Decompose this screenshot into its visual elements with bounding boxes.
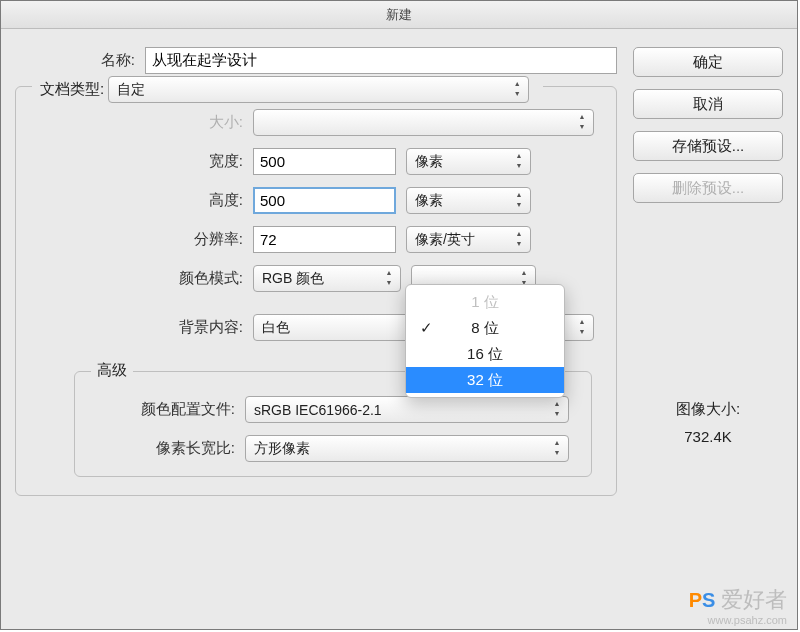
pixel-aspect-label: 像素长宽比:	[75, 439, 235, 458]
ok-button[interactable]: 确定	[633, 47, 783, 77]
doc-type-value: 自定	[117, 81, 145, 99]
dialog-content: 名称: 文档类型: 自定 大小:	[1, 29, 797, 508]
resolution-row: 分辨率: 像素/英寸	[18, 226, 600, 253]
height-unit-select[interactable]: 像素	[406, 187, 531, 214]
bit-depth-option-1[interactable]: 1 位	[406, 289, 564, 315]
color-mode-label: 颜色模式:	[18, 269, 243, 288]
chevron-updown-icon	[514, 151, 524, 171]
check-icon: ✓	[420, 315, 433, 341]
delete-preset-button[interactable]: 删除预设...	[633, 173, 783, 203]
color-profile-value: sRGB IEC61966-2.1	[254, 402, 382, 418]
size-label: 大小:	[18, 113, 243, 132]
size-row: 大小:	[18, 109, 600, 136]
watermark-s: S	[702, 589, 715, 611]
image-size-display: 图像大小: 732.4K	[633, 395, 783, 451]
save-preset-button[interactable]: 存储预设...	[633, 131, 783, 161]
image-size-label: 图像大小:	[633, 395, 783, 423]
chevron-updown-icon	[514, 190, 524, 210]
doc-type-select[interactable]: 自定	[108, 76, 529, 103]
chevron-updown-icon	[552, 438, 562, 458]
height-row: 高度: 像素	[18, 187, 600, 214]
name-label: 名称:	[15, 51, 135, 70]
bit-depth-dropdown: 1 位 ✓ 8 位 16 位 32 位	[405, 284, 565, 398]
color-profile-label: 颜色配置文件:	[75, 400, 235, 419]
image-size-value: 732.4K	[633, 423, 783, 451]
resolution-input[interactable]	[253, 226, 396, 253]
cancel-button[interactable]: 取消	[633, 89, 783, 119]
pixel-aspect-row: 像素长宽比: 方形像素	[75, 435, 575, 462]
height-label: 高度:	[18, 191, 243, 210]
side-panel: 确定 取消 存储预设... 删除预设... 图像大小: 732.4K	[633, 47, 783, 496]
main-panel: 名称: 文档类型: 自定 大小:	[15, 47, 617, 496]
bit-depth-option-8[interactable]: ✓ 8 位	[406, 315, 564, 341]
name-row: 名称:	[15, 47, 617, 74]
resolution-label: 分辨率:	[18, 230, 243, 249]
pixel-aspect-select[interactable]: 方形像素	[245, 435, 569, 462]
width-input[interactable]	[253, 148, 396, 175]
width-row: 宽度: 像素	[18, 148, 600, 175]
height-unit-value: 像素	[415, 192, 443, 210]
chevron-updown-icon	[577, 112, 587, 132]
dialog-title: 新建	[1, 1, 797, 29]
bit-depth-option-32[interactable]: 32 位	[406, 367, 564, 393]
background-value: 白色	[262, 319, 290, 337]
background-label: 背景内容:	[18, 318, 243, 337]
height-input[interactable]	[253, 187, 396, 214]
color-profile-select[interactable]: sRGB IEC61966-2.1	[245, 396, 569, 423]
resolution-unit-value: 像素/英寸	[415, 231, 475, 249]
watermark-p: P	[689, 589, 702, 611]
chevron-updown-icon	[512, 79, 522, 99]
width-label: 宽度:	[18, 152, 243, 171]
name-input[interactable]	[145, 47, 617, 74]
chevron-updown-icon	[552, 399, 562, 419]
bit-depth-option-16[interactable]: 16 位	[406, 341, 564, 367]
doc-type-legend: 文档类型: 自定	[32, 76, 543, 103]
chevron-updown-icon	[514, 229, 524, 249]
width-unit-value: 像素	[415, 153, 443, 171]
color-profile-row: 颜色配置文件: sRGB IEC61966-2.1	[75, 396, 575, 423]
width-unit-select[interactable]: 像素	[406, 148, 531, 175]
watermark-text: 爱好者	[721, 587, 787, 612]
new-document-dialog: 新建 名称: 文档类型: 自定 大小:	[0, 0, 798, 630]
watermark: PS 爱好者 www.psahz.com	[689, 585, 787, 625]
chevron-updown-icon	[384, 268, 394, 288]
pixel-aspect-value: 方形像素	[254, 440, 310, 458]
watermark-url: www.psahz.com	[689, 615, 787, 625]
resolution-unit-select[interactable]: 像素/英寸	[406, 226, 531, 253]
advanced-legend: 高级	[91, 361, 133, 380]
chevron-updown-icon	[577, 317, 587, 337]
doc-type-label: 文档类型:	[40, 80, 104, 99]
color-mode-select[interactable]: RGB 颜色	[253, 265, 401, 292]
size-select[interactable]	[253, 109, 594, 136]
color-mode-value: RGB 颜色	[262, 270, 324, 288]
